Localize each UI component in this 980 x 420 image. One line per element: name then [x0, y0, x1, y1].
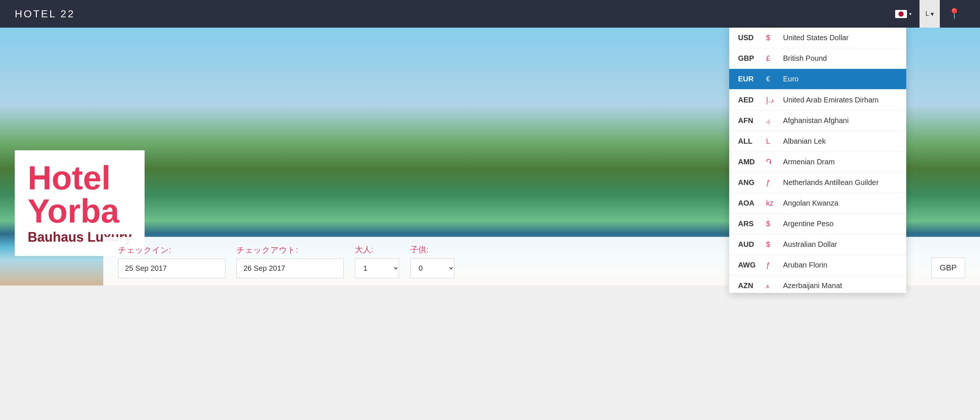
currency-item-awg[interactable]: AWGƒAruban Florin: [729, 255, 906, 276]
flag-chevron-icon: ▾: [909, 11, 912, 17]
currency-item-aed[interactable]: AEDد.إUnited Arab Emirates Dirham: [729, 90, 906, 111]
currency-item-ang[interactable]: ANGƒNetherlands Antillean Guilder: [729, 173, 906, 193]
checkout-input[interactable]: [236, 258, 344, 278]
currency-code-aoa: AOA: [738, 199, 760, 208]
adults-field: 大人: 1 2 3 4: [355, 244, 399, 278]
currency-name-eur: Euro: [783, 75, 799, 83]
japan-flag-icon: [895, 10, 907, 18]
currency-dropdown: USD$United States DollarGBP£British Poun…: [729, 28, 906, 293]
location-pin-icon: 📍: [948, 8, 961, 19]
currency-symbol-aud: $: [766, 240, 777, 249]
currency-item-aoa[interactable]: AOAkzAngolan Kwanza: [729, 193, 906, 214]
currency-name-aud: Australian Dollar: [783, 240, 837, 249]
currency-item-ars[interactable]: ARS$Argentine Peso: [729, 214, 906, 234]
currency-code-ang: ANG: [738, 178, 760, 187]
currency-code-aud: AUD: [738, 240, 760, 249]
currency-symbol-amd: ֏: [766, 158, 777, 166]
currency-symbol-gbp: £: [766, 54, 777, 63]
adults-select[interactable]: 1 2 3 4: [355, 258, 399, 278]
currency-symbol-ang: ƒ: [766, 178, 777, 187]
children-select[interactable]: 0 1 2: [410, 258, 454, 278]
currency-item-all[interactable]: ALLLAlbanian Lek: [729, 131, 906, 152]
children-field: 子供: 0 1 2: [410, 244, 454, 278]
checkout-label: チェックアウト:: [236, 245, 344, 256]
currency-code-azn: AZN: [738, 282, 760, 290]
currency-name-awg: Aruban Florin: [783, 261, 827, 269]
currency-item-afn[interactable]: AFN؋Afghanistan Afghani: [729, 111, 906, 131]
currency-name-amd: Armenian Dram: [783, 158, 835, 166]
currency-code-ars: ARS: [738, 220, 760, 228]
children-label: 子供:: [410, 244, 454, 255]
checkout-field: チェックアウト:: [236, 245, 344, 278]
currency-item-aud[interactable]: AUD$Australian Dollar: [729, 234, 906, 255]
currency-symbol-aoa: kz: [766, 199, 777, 208]
currency-item-amd[interactable]: AMD֏Armenian Dram: [729, 152, 906, 173]
currency-symbol-eur: €: [766, 75, 777, 83]
checkin-field: チェックイン:: [118, 245, 225, 278]
currency-symbol-afn: ؋: [766, 116, 777, 125]
header-actions: ▾ L ▾ 📍: [891, 0, 965, 28]
currency-item-gbp[interactable]: GBP£British Pound: [729, 48, 906, 69]
currency-symbol-all: L: [766, 137, 777, 146]
currency-item-usd[interactable]: USD$United States Dollar: [729, 28, 906, 48]
checkin-input[interactable]: [118, 258, 225, 278]
currency-code-aed: AED: [738, 96, 760, 104]
currency-name-afn: Afghanistan Afghani: [783, 116, 849, 125]
currency-symbol-awg: ƒ: [766, 261, 777, 269]
currency-symbol-ars: $: [766, 220, 777, 228]
currency-name-aoa: Angolan Kwanza: [783, 199, 838, 208]
currency-symbol-usd: $: [766, 33, 777, 42]
currency-symbol-aed: د.إ: [766, 95, 777, 104]
hotel-name-line1: Hotel: [28, 162, 132, 195]
currency-badge: GBP: [931, 258, 965, 278]
currency-code-afn: AFN: [738, 116, 760, 125]
language-text-button[interactable]: L ▾: [920, 0, 940, 28]
currency-name-aed: United Arab Emirates Dirham: [783, 96, 878, 104]
currency-item-eur[interactable]: EUR€Euro: [729, 69, 906, 90]
currency-code-gbp: GBP: [738, 54, 760, 63]
currency-name-all: Albanian Lek: [783, 137, 826, 146]
currency-symbol-azn: ₼: [766, 282, 777, 290]
hotel-name-line2: Yorba: [28, 195, 132, 228]
main-header: HOTEL 22 ▾ L ▾ 📍: [0, 0, 980, 28]
currency-name-azn: Azerbaijani Manat: [783, 282, 842, 290]
location-button[interactable]: 📍: [943, 5, 965, 23]
currency-code-all: ALL: [738, 137, 760, 146]
currency-name-usd: United States Dollar: [783, 33, 849, 42]
language-label: L: [926, 10, 929, 18]
currency-name-ars: Argentine Peso: [783, 220, 834, 228]
currency-code-eur: EUR: [738, 75, 760, 83]
language-flag-button[interactable]: ▾: [891, 7, 916, 21]
currency-code-amd: AMD: [738, 158, 760, 166]
currency-item-azn[interactable]: AZN₼Azerbaijani Manat: [729, 276, 906, 293]
currency-name-ang: Netherlands Antillean Guilder: [783, 178, 878, 187]
site-logo: HOTEL 22: [15, 8, 75, 20]
lang-chevron-icon: ▾: [931, 10, 934, 18]
currency-name-gbp: British Pound: [783, 54, 827, 63]
currency-code-awg: AWG: [738, 261, 760, 269]
adults-label: 大人:: [355, 244, 399, 255]
checkin-label: チェックイン:: [118, 245, 225, 256]
currency-code-usd: USD: [738, 33, 760, 42]
